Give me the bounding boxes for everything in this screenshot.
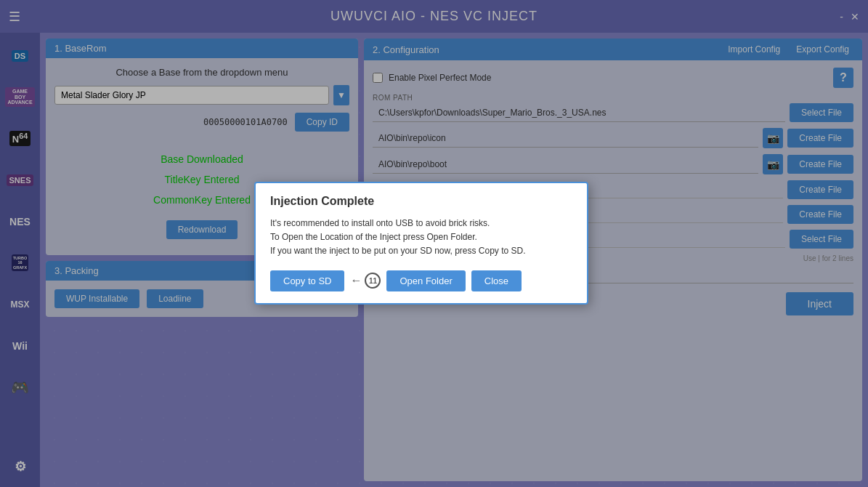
open-folder-button[interactable]: Open Folder bbox=[386, 270, 465, 291]
modal-line2: To Open the Location of the Inject press… bbox=[270, 230, 572, 244]
arrow-left-icon: ← bbox=[350, 274, 362, 287]
modal-buttons: Copy to SD ← 11 Open Folder Close bbox=[270, 270, 572, 291]
modal-close-button[interactable]: Close bbox=[471, 270, 522, 291]
modal-overlay: Injection Complete It's recommended to i… bbox=[0, 0, 868, 487]
arrow-indicator: ← 11 bbox=[350, 273, 381, 289]
copy-to-sd-button[interactable]: Copy to SD bbox=[270, 270, 344, 291]
modal-line1: It's recommended to install onto USB to … bbox=[270, 217, 572, 230]
modal-body: It's recommended to install onto USB to … bbox=[270, 217, 572, 259]
step-number: 11 bbox=[369, 277, 377, 285]
injection-complete-modal: Injection Complete It's recommended to i… bbox=[254, 182, 588, 305]
step-circle: 11 bbox=[365, 273, 381, 289]
modal-line3: If you want the inject to be put on your… bbox=[270, 244, 572, 258]
modal-title: Injection Complete bbox=[270, 195, 572, 208]
